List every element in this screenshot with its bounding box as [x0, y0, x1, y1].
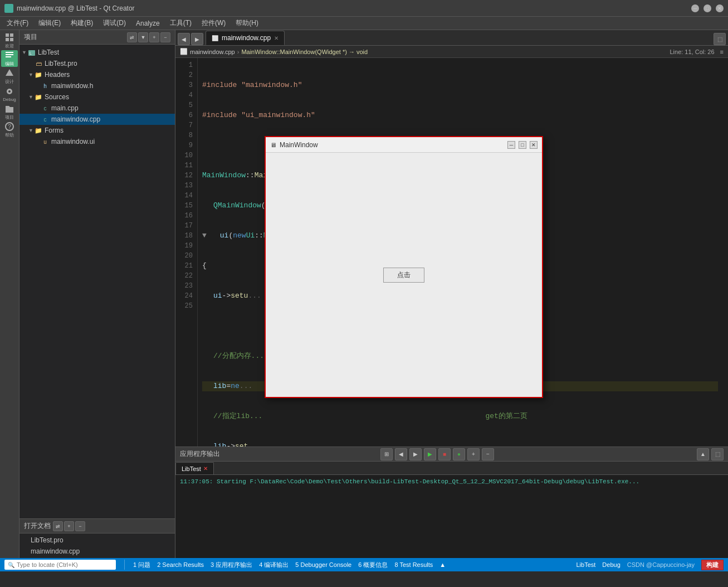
svg-rect-4 — [6, 52, 13, 53]
output-run-button[interactable]: ▶ — [424, 448, 436, 460]
menu-file[interactable]: 文件(F) — [2, 17, 33, 29]
open-docs-panel: 打开文档 ⇌ + − LibTest.pro mainwindow.cpp — [19, 518, 175, 558]
status-app-output[interactable]: 3 应用程序输出 — [211, 561, 252, 569]
tab-file-icon: ⬜ — [212, 35, 218, 41]
status-problems[interactable]: 1 问题 — [133, 561, 150, 569]
build-button[interactable]: 构建 — [701, 560, 724, 570]
tab-nav-prev[interactable]: ◀ — [178, 33, 190, 45]
svg-rect-5 — [6, 54, 13, 55]
output-remove-button[interactable]: − — [482, 448, 494, 460]
panel-sync-button[interactable]: ⇌ — [127, 32, 137, 42]
output-content: 11:37:05: Starting F:\DataRec\Code\Demo\… — [175, 475, 728, 558]
output-dock-button[interactable]: ⊞ — [380, 448, 393, 460]
output-record-button[interactable]: ● — [453, 448, 465, 460]
status-compile-output[interactable]: 4 编译输出 — [259, 561, 289, 569]
breadcrumb-filename: mainwindow.cpp — [190, 48, 235, 55]
project-panel-header: 项目 ⇌ ▼ + − — [19, 30, 175, 45]
main-layout: 欢迎 编辑 设计 Debug 项目 ? 帮助 项目 ⇌ ▼ — [0, 30, 728, 558]
output-collapse-button[interactable]: ▲ — [697, 448, 709, 460]
preview-window[interactable]: 🖥 MainWindow ─ □ ✕ 点击 — [265, 136, 543, 398]
menu-build[interactable]: 构建(B) — [66, 17, 97, 29]
editor-split-button[interactable]: ⬚ — [714, 33, 726, 45]
output-title: 应用程序输出 — [180, 449, 378, 459]
open-docs-button3[interactable]: − — [75, 521, 85, 531]
sidebar-item-projects[interactable]: 项目 — [1, 104, 18, 120]
tree-item-main-cpp[interactable]: c main.cpp — [19, 103, 175, 114]
open-doc-libtest-pro[interactable]: LibTest.pro — [19, 535, 175, 546]
status-debugger[interactable]: 5 Debugger Console — [295, 561, 351, 568]
status-search-results[interactable]: 2 Search Results — [157, 561, 204, 568]
svg-marker-7 — [6, 69, 13, 76]
window-controls[interactable]: ─ □ ✕ — [691, 4, 724, 12]
maximize-button[interactable]: □ — [703, 4, 711, 12]
sidebar-item-design[interactable]: 设计 — [1, 68, 18, 85]
editor-options-button[interactable]: ≡ — [720, 48, 724, 55]
menu-debug[interactable]: 调试(D) — [99, 17, 130, 29]
panel-collapse-button[interactable]: − — [160, 32, 170, 42]
open-docs-toolbar[interactable]: ⇌ + − — [53, 521, 85, 531]
code-editor[interactable]: 12345 678910 1112131415 1617181920 21222… — [175, 58, 728, 447]
search-input[interactable] — [17, 561, 106, 568]
menu-tools[interactable]: 工具(T) — [165, 17, 196, 29]
editor-area: ◀ ▶ ⬜ mainwindow.cpp ✕ ⬚ ⬜ mainwindow.cp… — [175, 30, 728, 558]
preview-window-controls[interactable]: ─ □ ✕ — [507, 141, 538, 149]
output-prev-button[interactable]: ◀ — [395, 448, 407, 460]
preview-minimize[interactable]: ─ — [507, 141, 515, 149]
output-stop-button[interactable]: ■ — [438, 448, 451, 460]
tree-item-sources[interactable]: ▼ 📁 Sources — [19, 91, 175, 103]
svg-rect-6 — [6, 56, 11, 57]
tree-view: ▼ L LibTest 🗃 LibTest.pro ▼ 📁 Headers — [19, 45, 175, 518]
tab-close-button[interactable]: ✕ — [274, 35, 279, 41]
tab-bar: ◀ ▶ ⬜ mainwindow.cpp ✕ ⬚ — [175, 30, 728, 46]
output-tab-libtest[interactable]: LibTest ✕ — [175, 462, 214, 474]
minimize-button[interactable]: ─ — [691, 4, 699, 12]
output-expand-button[interactable]: ⬚ — [711, 448, 724, 460]
tree-item-headers[interactable]: ▼ 📁 Headers — [19, 69, 175, 80]
status-nav-up[interactable]: ▲ — [439, 561, 446, 568]
output-panel: 应用程序输出 ⊞ ◀ ▶ ▶ ■ ● + − ▲ ⬚ LibTest ✕ — [175, 447, 728, 558]
svg-rect-3 — [10, 38, 13, 41]
panel-filter-button[interactable]: ▼ — [138, 32, 148, 42]
tab-mainwindow-cpp[interactable]: ⬜ mainwindow.cpp ✕ — [206, 31, 285, 45]
menu-bar: 文件(F) 编辑(E) 构建(B) 调试(D) Analyze 工具(T) 控件… — [0, 17, 728, 30]
preview-click-button[interactable]: 点击 — [383, 268, 424, 283]
open-docs-button2[interactable]: + — [64, 521, 74, 531]
output-next-button[interactable]: ▶ — [409, 448, 422, 460]
line-numbers: 12345 678910 1112131415 1617181920 21222… — [175, 58, 198, 447]
status-test-results[interactable]: 8 Test Results — [394, 561, 433, 568]
project-panel-title: 项目 — [24, 32, 125, 42]
sidebar: 欢迎 编辑 设计 Debug 项目 ? 帮助 — [0, 30, 19, 558]
breadcrumb-bar: ⬜ mainwindow.cpp › MainWindow::MainWindo… — [175, 46, 728, 58]
editor-scrollbar[interactable] — [722, 58, 728, 447]
tree-item-mainwindow-ui[interactable]: u mainwindow.ui — [19, 136, 175, 147]
tab-nav-next[interactable]: ▶ — [191, 33, 203, 45]
open-docs-header: 打开文档 ⇌ + − — [19, 519, 175, 533]
sidebar-item-welcome[interactable]: 欢迎 — [1, 32, 18, 49]
tree-item-forms[interactable]: ▼ 📁 Forms — [19, 125, 175, 136]
breadcrumb-path: ⬜ — [180, 48, 188, 55]
open-doc-mainwindow-cpp[interactable]: mainwindow.cpp — [19, 546, 175, 557]
window-title: mainwindow.cpp @ LibTest - Qt Creator — [17, 4, 691, 12]
status-overview[interactable]: 6 概要信息 — [358, 561, 388, 569]
preview-maximize[interactable]: □ — [519, 141, 526, 149]
svg-rect-0 — [6, 33, 9, 37]
preview-close[interactable]: ✕ — [530, 141, 538, 149]
svg-text:L: L — [30, 51, 32, 55]
sidebar-item-edit[interactable]: 编辑 — [1, 50, 18, 67]
tree-item-libtest-pro[interactable]: 🗃 LibTest.pro — [19, 58, 175, 69]
menu-controls[interactable]: 控件(W) — [197, 17, 230, 29]
menu-edit[interactable]: 编辑(E) — [34, 17, 65, 29]
panel-expand-button[interactable]: + — [149, 32, 159, 42]
tree-item-mainwindow-h[interactable]: h mainwindow.h — [19, 80, 175, 91]
sidebar-item-debug[interactable]: Debug — [1, 86, 18, 103]
menu-analyze[interactable]: Analyze — [131, 18, 164, 28]
output-add-button[interactable]: + — [467, 448, 480, 460]
open-docs-button1[interactable]: ⇌ — [53, 521, 63, 531]
sidebar-item-help[interactable]: ? 帮助 — [1, 122, 18, 138]
project-panel-toolbar[interactable]: ⇌ ▼ + − — [127, 32, 170, 42]
tree-item-libtest[interactable]: ▼ L LibTest — [19, 47, 175, 58]
menu-help[interactable]: 帮助(H) — [231, 17, 263, 29]
output-tab-close[interactable]: ✕ — [203, 465, 208, 472]
close-button[interactable]: ✕ — [716, 4, 724, 12]
tree-item-mainwindow-cpp[interactable]: c mainwindow.cpp — [19, 114, 175, 125]
